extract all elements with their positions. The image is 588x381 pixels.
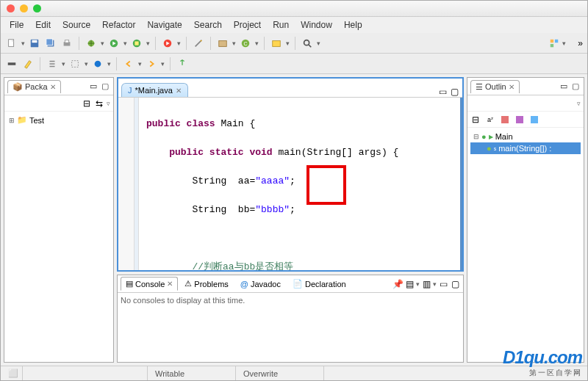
close-icon[interactable]: ✕	[509, 83, 514, 91]
external-tools-icon[interactable]	[161, 37, 174, 50]
tab-console[interactable]: ▤Console✕	[121, 277, 178, 291]
secondary-toolbar: ▾ ▾ ▾ ▾ ▾	[1, 54, 587, 74]
console-message: No consoles to display at this time.	[121, 296, 245, 305]
editor-tab[interactable]: J *Main.java ✕	[121, 83, 188, 97]
collapse-all-icon[interactable]: ⊟	[82, 98, 92, 109]
view-menu-icon[interactable]: ▿	[107, 100, 110, 107]
menu-edit[interactable]: Edit	[31, 18, 55, 32]
maximize-icon[interactable]: ▢	[100, 81, 110, 92]
menu-file[interactable]: File	[5, 18, 28, 32]
collapse-icon[interactable]: ⊟	[473, 133, 479, 140]
menu-project[interactable]: Project	[229, 18, 265, 32]
window-zoom-icon[interactable]	[33, 4, 41, 12]
tab-javadoc[interactable]: @Javadoc	[235, 277, 286, 291]
save-icon[interactable]	[28, 37, 41, 50]
console-body: No consoles to display at this time.	[118, 293, 463, 362]
package-explorer-tab[interactable]: 📦 Packa ✕	[7, 80, 61, 93]
menu-run[interactable]: Run	[268, 18, 293, 32]
coverage-icon[interactable]	[130, 37, 143, 50]
menu-navigate[interactable]: Navigate	[143, 18, 186, 32]
wand-icon[interactable]	[192, 37, 205, 50]
svg-rect-13	[219, 40, 227, 46]
window-minimize-icon[interactable]	[20, 4, 28, 12]
close-icon[interactable]: ✕	[176, 87, 182, 95]
status-indicator-icon: ⬜	[8, 369, 18, 378]
svg-rect-10	[135, 41, 138, 45]
breakpoint-icon[interactable]	[91, 57, 104, 70]
quick-access-icon[interactable]: »	[578, 38, 583, 48]
svg-rect-22	[72, 60, 79, 67]
minimize-icon[interactable]: ▭	[559, 81, 569, 92]
close-icon[interactable]: ✕	[50, 83, 56, 91]
gutter	[118, 98, 135, 270]
expand-icon[interactable]: ⊞	[9, 117, 15, 124]
new-package-icon[interactable]	[216, 37, 229, 50]
maximize-icon[interactable]: ▢	[570, 81, 581, 92]
tab-problems[interactable]: ⚠Problems	[179, 277, 233, 291]
outline-icon: ☰	[476, 82, 483, 92]
open-type-icon[interactable]	[270, 37, 283, 50]
problems-icon: ⚠	[184, 279, 192, 289]
svg-rect-16	[273, 40, 281, 46]
run-icon[interactable]	[107, 37, 121, 50]
new-dropdown-icon[interactable]: ▾	[21, 40, 25, 47]
search-icon[interactable]	[301, 37, 314, 50]
pin-console-icon[interactable]: 📌	[392, 279, 403, 289]
editor-tab-label: *Main.java	[135, 86, 173, 95]
code-editor[interactable]: public class Main { public static void m…	[118, 98, 462, 270]
javadoc-icon: @	[240, 280, 248, 289]
link-editor-icon[interactable]: ⇆	[94, 98, 104, 109]
new-class-icon[interactable]: C	[239, 37, 252, 50]
hide-static-icon[interactable]	[514, 115, 525, 125]
forward-icon[interactable]	[145, 57, 158, 70]
view-menu-icon[interactable]: ▿	[577, 100, 581, 107]
print-icon[interactable]	[60, 37, 74, 50]
sort-icon[interactable]: ⊟	[470, 115, 481, 125]
close-icon[interactable]: ✕	[167, 280, 173, 288]
show-whitespace-icon[interactable]	[5, 57, 18, 70]
minimize-icon[interactable]: ▭	[438, 279, 448, 289]
menu-search[interactable]: Search	[190, 18, 226, 32]
package-explorer-panel: 📦 Packa ✕ ▭ ▢ ⊟ ⇆ ▿ ⊞ 📁 Test	[4, 77, 114, 363]
pin-icon[interactable]	[176, 57, 189, 70]
highlight-box	[306, 165, 346, 205]
perspective-icon[interactable]	[548, 37, 561, 50]
main-toolbar: ▾ ▾ ▾ ▾ ▾ ▾ C ▾ ▾ ▾ ▾ »	[1, 33, 587, 54]
menu-window[interactable]: Window	[296, 18, 337, 32]
outline-panel: ☰ Outlin ✕ ▭ ▢ ▿ ⊟ aᶻ	[467, 77, 584, 363]
display-console-icon[interactable]: ▤	[404, 279, 415, 289]
outline-class-node[interactable]: ⊟ ● ▶ Main	[470, 131, 581, 142]
new-icon[interactable]	[5, 37, 18, 50]
package-explorer-label: Packa	[25, 82, 48, 91]
svg-rect-0	[9, 39, 14, 46]
debug-icon[interactable]	[85, 37, 98, 50]
maximize-icon[interactable]: ▢	[450, 279, 460, 289]
toggle-comment-icon[interactable]	[46, 57, 59, 70]
svg-rect-2	[32, 40, 37, 43]
save-all-icon[interactable]	[44, 37, 57, 50]
menu-refactor[interactable]: Refactor	[98, 18, 140, 32]
back-icon[interactable]	[122, 57, 135, 70]
outline-method-node[interactable]: ● s main(String[]) :	[470, 142, 581, 154]
menu-help[interactable]: Help	[340, 18, 367, 32]
outline-method-label: main(String[]) :	[498, 144, 551, 153]
project-node[interactable]: ⊞ 📁 Test	[7, 115, 110, 126]
project-icon: 📁	[17, 115, 27, 125]
menu-source[interactable]: Source	[58, 18, 95, 32]
window-close-icon[interactable]	[7, 4, 15, 12]
editor-panel: J *Main.java ✕ ▭ ▢ public class Main { p…	[117, 77, 464, 272]
highlight-icon[interactable]	[21, 57, 35, 70]
hide-fields-icon[interactable]	[500, 115, 510, 125]
sort-az-icon[interactable]: aᶻ	[485, 115, 495, 125]
outline-tab[interactable]: ☰ Outlin ✕	[470, 80, 520, 93]
console-panel: ▤Console✕ ⚠Problems @Javadoc 📄Declaratio…	[117, 275, 464, 363]
declaration-icon: 📄	[293, 279, 303, 289]
minimize-icon[interactable]: ▭	[437, 87, 448, 97]
hide-nonpublic-icon[interactable]	[529, 115, 539, 125]
minimize-icon[interactable]: ▭	[88, 81, 98, 92]
tab-declaration[interactable]: 📄Declaration	[287, 277, 351, 291]
open-console-icon[interactable]: ▥	[421, 279, 431, 289]
code-area[interactable]: public class Main { public static void m…	[139, 98, 462, 270]
block-select-icon[interactable]	[68, 57, 82, 70]
maximize-icon[interactable]: ▢	[449, 87, 459, 97]
